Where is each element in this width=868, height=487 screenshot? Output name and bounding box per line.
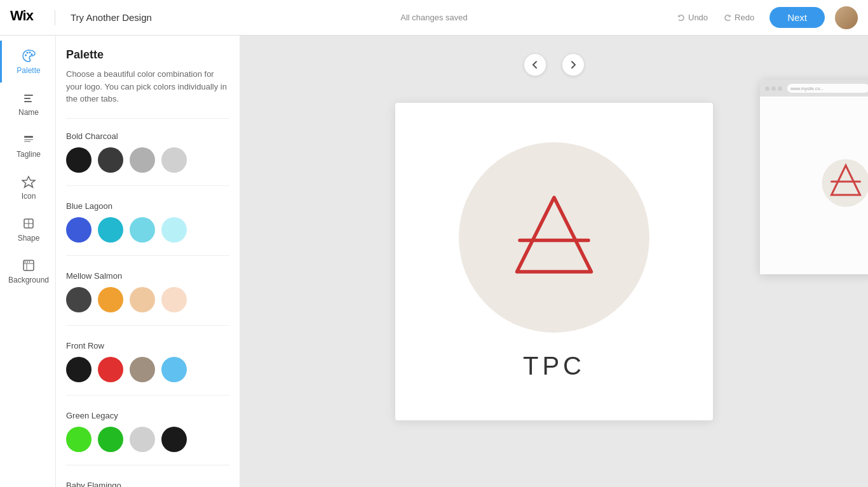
header-page-title: Try Another Design xyxy=(71,12,152,23)
svg-rect-10 xyxy=(24,141,31,142)
palette-name-0: Bold Charcoal xyxy=(66,131,229,141)
browser-bar: www.mysite.co... xyxy=(760,80,868,97)
palette-divider-2 xyxy=(66,325,229,326)
panel-description: Choose a beautiful color combination for… xyxy=(66,68,229,105)
main-area: Palette Name Tagline xyxy=(0,36,868,487)
svg-rect-6 xyxy=(24,98,31,99)
browser-mockup: www.mysite.co... xyxy=(760,80,868,274)
header-actions: Undo Redo Next xyxy=(672,6,858,29)
canvas-area: TPC www.mysite.co... xyxy=(240,36,868,487)
undo-icon xyxy=(677,13,686,22)
sidebar-label-tagline: Tagline xyxy=(17,150,41,159)
color-swatch-1-2[interactable] xyxy=(130,217,155,243)
next-button[interactable]: Next xyxy=(770,7,825,28)
svg-rect-5 xyxy=(24,95,33,96)
palette-divider-3 xyxy=(66,395,229,396)
sidebar-item-tagline[interactable]: Tagline xyxy=(0,124,55,166)
palette-panel: Palette Choose a beautiful color combina… xyxy=(56,36,240,487)
svg-point-16 xyxy=(25,262,26,263)
svg-marker-19 xyxy=(517,197,592,272)
sidebar-label-background: Background xyxy=(8,276,49,284)
color-swatch-2-0[interactable] xyxy=(66,287,92,312)
avatar-image xyxy=(835,6,858,29)
svg-point-1 xyxy=(25,55,27,57)
color-swatch-4-2[interactable] xyxy=(130,427,155,452)
palette-name-1: Blue Lagoon xyxy=(66,201,229,211)
background-icon xyxy=(21,258,36,273)
palette-name-5: Baby Flamingo xyxy=(66,481,229,488)
palette-group-4: Green Legacy xyxy=(66,411,229,465)
svg-text:Wix: Wix xyxy=(10,9,34,23)
svg-point-17 xyxy=(27,262,28,263)
sidebar-label-icon: Icon xyxy=(22,192,36,201)
chevron-right-icon xyxy=(569,60,578,69)
sidebar-label-palette: Palette xyxy=(17,66,40,75)
color-swatch-4-0[interactable] xyxy=(66,427,92,452)
header-status: All changes saved xyxy=(400,13,468,22)
color-swatch-2-2[interactable] xyxy=(130,287,155,312)
header-logo: Wix Try Another Design xyxy=(10,9,152,27)
chevron-left-icon xyxy=(531,60,539,69)
color-swatch-1-0[interactable] xyxy=(66,217,92,243)
color-swatch-0-2[interactable] xyxy=(130,147,155,173)
redo-button[interactable]: Redo xyxy=(718,10,759,25)
svg-point-3 xyxy=(29,51,31,53)
palette-icon xyxy=(21,48,36,63)
undo-redo-group: Undo Redo xyxy=(672,10,759,25)
undo-button[interactable]: Undo xyxy=(672,10,713,25)
palette-name-2: Mellow Salmon xyxy=(66,271,229,281)
color-swatch-3-1[interactable] xyxy=(98,357,123,382)
palette-divider-4 xyxy=(66,465,229,465)
logo-circle xyxy=(459,142,649,333)
avatar[interactable] xyxy=(835,6,858,29)
palette-group-2: Mellow Salmon xyxy=(66,271,229,326)
palette-group-5: Baby Flamingo xyxy=(66,481,229,488)
tagline-icon xyxy=(21,132,36,147)
color-swatch-0-0[interactable] xyxy=(66,147,92,173)
panel-divider xyxy=(66,118,229,119)
header: Wix Try Another Design All changes saved… xyxy=(0,0,868,36)
sidebar-nav: Palette Name Tagline xyxy=(0,36,56,487)
color-swatch-1-3[interactable] xyxy=(161,217,187,243)
color-swatch-3-0[interactable] xyxy=(66,357,92,382)
palette-group-1: Blue Lagoon xyxy=(66,201,229,256)
redo-icon xyxy=(723,13,732,22)
palette-group-0: Bold Charcoal xyxy=(66,131,229,186)
logo-text: TPC xyxy=(523,352,585,380)
palette-name-4: Green Legacy xyxy=(66,411,229,420)
color-swatch-2-1[interactable] xyxy=(98,287,123,312)
svg-point-18 xyxy=(29,262,31,263)
palette-divider-1 xyxy=(66,255,229,256)
palette-colors-0 xyxy=(66,147,229,173)
color-swatch-2-3[interactable] xyxy=(161,287,187,312)
palette-group-3: Front Row xyxy=(66,341,229,396)
color-swatch-3-3[interactable] xyxy=(161,357,187,382)
shape-icon xyxy=(21,216,36,231)
color-swatch-0-3[interactable] xyxy=(161,147,187,173)
next-design-button[interactable] xyxy=(562,53,585,76)
color-swatch-1-1[interactable] xyxy=(98,217,123,243)
sidebar-label-shape: Shape xyxy=(18,234,40,243)
logo-card: TPC xyxy=(395,103,713,420)
name-icon xyxy=(21,90,36,105)
color-swatch-3-2[interactable] xyxy=(130,357,155,382)
sidebar-item-icon[interactable]: Icon xyxy=(0,166,55,208)
color-swatch-4-1[interactable] xyxy=(98,427,123,452)
undo-label: Undo xyxy=(688,13,708,22)
sidebar-item-background[interactable]: Background xyxy=(0,250,55,292)
prev-design-button[interactable] xyxy=(524,53,546,76)
sidebar-item-palette[interactable]: Palette xyxy=(0,41,55,83)
icon-nav-icon xyxy=(21,174,36,189)
sidebar-item-name[interactable]: Name xyxy=(0,83,55,124)
sidebar-item-shape[interactable]: Shape xyxy=(0,208,55,250)
palette-divider-0 xyxy=(66,185,229,186)
color-swatch-0-1[interactable] xyxy=(98,147,123,173)
palette-name-3: Front Row xyxy=(66,341,229,350)
palette-colors-1 xyxy=(66,217,229,243)
browser-logo-icon xyxy=(817,157,868,214)
svg-marker-11 xyxy=(22,177,35,187)
header-divider xyxy=(55,10,55,25)
color-swatch-4-3[interactable] xyxy=(161,427,187,452)
svg-rect-8 xyxy=(24,136,33,138)
panel-title: Palette xyxy=(66,48,229,62)
